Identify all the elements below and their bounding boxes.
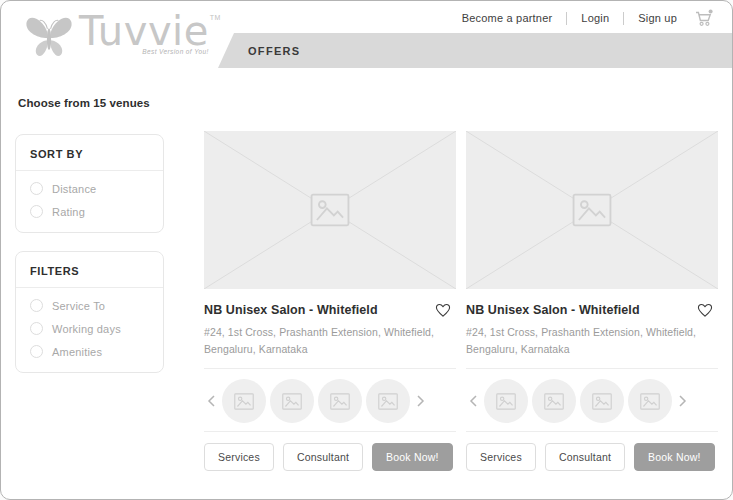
header-nav: Become a partner Login Sign up (460, 1, 714, 35)
heart-icon (434, 302, 452, 318)
image-icon (592, 393, 612, 410)
consultant-button[interactable]: Consultant (283, 443, 363, 471)
radio-button[interactable] (30, 322, 43, 335)
photo-thumbnail[interactable] (222, 379, 266, 423)
address-line-1: #24, 1st Cross, Prashanth Extension, Whi… (204, 324, 456, 341)
radio-button[interactable] (30, 182, 43, 195)
sort-option-rating[interactable]: Rating (30, 205, 149, 218)
sort-by-options: Distance Rating (16, 171, 163, 232)
book-now-button[interactable]: Book Now! (634, 443, 715, 471)
cart-badge-dot (709, 9, 713, 13)
address-line-1: #24, 1st Cross, Prashanth Extension, Whi… (466, 324, 718, 341)
filter-option-label: Service To (52, 300, 105, 312)
radio-button[interactable] (30, 345, 43, 358)
favorite-button[interactable] (696, 302, 714, 318)
offers-tab-label: OFFERS (248, 45, 300, 57)
filter-option-label: Working days (52, 323, 121, 335)
venue-image-placeholder[interactable] (204, 131, 456, 289)
photo-thumbnail[interactable] (532, 379, 576, 423)
logo-text: Tuvvie TM Best Version of You! (79, 7, 223, 55)
chevron-right-icon (416, 394, 426, 408)
image-icon (234, 393, 254, 410)
photo-carousel (204, 369, 456, 431)
photo-thumbnail[interactable] (270, 379, 314, 423)
filter-option-working-days[interactable]: Working days (30, 322, 149, 335)
cart-button[interactable] (693, 8, 714, 28)
carousel-next-button[interactable] (676, 394, 690, 408)
image-icon (330, 393, 350, 410)
filters-panel: FILTERS Service To Working days Amenitie… (15, 251, 164, 373)
filter-option-amenities[interactable]: Amenities (30, 345, 149, 358)
carousel-next-button[interactable] (414, 394, 428, 408)
services-button[interactable]: Services (466, 443, 536, 471)
venue-card: NB Unisex Salon - Whitefield #24, 1st Cr… (204, 131, 456, 471)
sort-by-panel: SORT BY Distance Rating (15, 134, 164, 233)
divider (466, 431, 718, 432)
favorite-button[interactable] (434, 302, 452, 318)
venue-actions: Services Consultant Book Now! (466, 443, 718, 471)
chevron-left-icon (468, 394, 478, 408)
services-button[interactable]: Services (204, 443, 274, 471)
photo-thumbnail[interactable] (366, 379, 410, 423)
image-icon (572, 193, 612, 227)
filters-title: FILTERS (16, 252, 163, 288)
venue-actions: Services Consultant Book Now! (204, 443, 456, 471)
consultant-button[interactable]: Consultant (545, 443, 625, 471)
venue-name: NB Unisex Salon - Whitefield (466, 303, 640, 317)
chevron-left-icon (206, 394, 216, 408)
image-icon (282, 393, 302, 410)
app-window: Tuvvie TM Best Version of You! Become a … (0, 0, 733, 500)
image-icon (544, 393, 564, 410)
nav-separator (623, 12, 624, 25)
venue-image-placeholder[interactable] (466, 131, 718, 289)
photo-thumbnail[interactable] (628, 379, 672, 423)
radio-button[interactable] (30, 299, 43, 312)
image-icon (310, 193, 350, 227)
image-icon (640, 393, 660, 410)
heart-icon (696, 302, 714, 318)
photo-carousel (466, 369, 718, 431)
venue-address: #24, 1st Cross, Prashanth Extension, Whi… (466, 324, 718, 358)
nav-sign-up[interactable]: Sign up (636, 12, 679, 24)
venue-address: #24, 1st Cross, Prashanth Extension, Whi… (204, 324, 456, 358)
nav-separator (566, 12, 567, 25)
sort-option-distance[interactable]: Distance (30, 182, 149, 195)
carousel-prev-button[interactable] (204, 394, 218, 408)
image-icon (496, 393, 516, 410)
brand-logo[interactable]: Tuvvie TM Best Version of You! (23, 7, 223, 63)
filter-option-service-to[interactable]: Service To (30, 299, 149, 312)
photo-thumbnail[interactable] (580, 379, 624, 423)
results-summary: Choose from 15 venues (18, 97, 150, 109)
image-icon (378, 393, 398, 410)
tab-offers[interactable]: OFFERS (218, 33, 732, 68)
shopping-cart-icon (693, 8, 714, 28)
butterfly-icon (23, 7, 75, 63)
venue-name: NB Unisex Salon - Whitefield (204, 303, 378, 317)
sort-option-label: Distance (52, 183, 96, 195)
book-now-button[interactable]: Book Now! (372, 443, 453, 471)
address-line-2: Bengaluru, Karnataka (466, 341, 718, 358)
sort-by-title: SORT BY (16, 135, 163, 171)
venue-card: NB Unisex Salon - Whitefield #24, 1st Cr… (466, 131, 718, 471)
sort-option-label: Rating (52, 206, 85, 218)
chevron-right-icon (678, 394, 688, 408)
address-line-2: Bengaluru, Karnataka (204, 341, 456, 358)
filters-options: Service To Working days Amenities (16, 288, 163, 372)
trademark-symbol: TM (210, 14, 221, 21)
divider (204, 431, 456, 432)
photo-thumbnail[interactable] (484, 379, 528, 423)
nav-become-a-partner[interactable]: Become a partner (460, 12, 555, 24)
photo-thumbnail[interactable] (318, 379, 362, 423)
nav-login[interactable]: Login (579, 12, 611, 24)
carousel-prev-button[interactable] (466, 394, 480, 408)
filter-option-label: Amenities (52, 346, 102, 358)
radio-button[interactable] (30, 205, 43, 218)
